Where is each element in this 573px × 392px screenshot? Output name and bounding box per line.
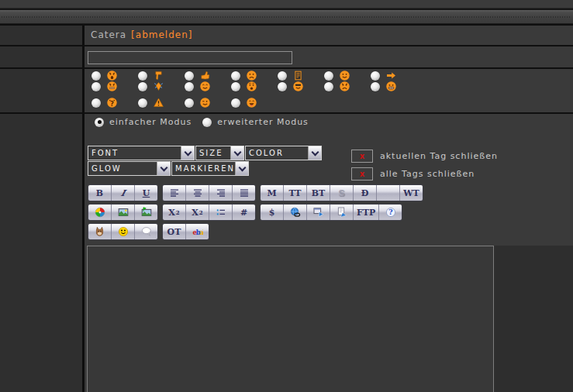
smiley-row (91, 70, 417, 81)
subscript-button[interactable]: X2 (163, 205, 186, 220)
svg-text:?: ? (388, 208, 392, 216)
close-current-tag-label: aktuellen Tag schließen (380, 151, 498, 161)
bbcode-toolbar: BIUMTTBTSÐWTX2X2#$FTP?OTebaY (88, 184, 423, 242)
smiley-cell (138, 70, 185, 81)
smiley-cell (231, 98, 278, 108)
color-select-value: COLOR (246, 146, 308, 160)
color-select[interactable]: COLOR (245, 146, 322, 160)
message-textarea[interactable] (87, 246, 494, 392)
smile-smiley-icon (340, 70, 350, 81)
bt-tag-button[interactable]: BT (307, 185, 330, 201)
smiley-picker-button[interactable] (112, 224, 135, 239)
smiley-radio-question[interactable] (91, 98, 101, 108)
close-all-tags-button[interactable]: x (351, 167, 373, 181)
smiley-radio-mad[interactable] (324, 82, 333, 91)
bar-gap (0, 24, 573, 26)
s-tag-button[interactable]: S (330, 185, 354, 201)
wink-smiley-icon (200, 98, 210, 108)
smiley-radio-arrow-right[interactable] (371, 71, 380, 81)
d-tag-button[interactable]: Ð (354, 185, 377, 201)
smiley-radio-wink[interactable] (185, 98, 194, 108)
flirt-smiley-icon (200, 81, 210, 91)
left-gutter-column (0, 26, 85, 392)
svg-text:ebaY: ebaY (192, 229, 203, 236)
wt-tag-button[interactable]: WT (400, 185, 423, 201)
smiley-radio-cool[interactable] (278, 82, 287, 91)
tt-tag-button[interactable]: TT (284, 185, 307, 201)
ebay-link-button[interactable]: ebaY (186, 224, 209, 239)
close-all-tags-label: alle Tags schließen (380, 169, 475, 179)
dropdown-arrow-icon[interactable] (308, 146, 321, 160)
section-header-bar (0, 10, 573, 24)
font-select[interactable]: FONT (88, 146, 195, 160)
smiley-radio-warning[interactable] (138, 98, 147, 108)
ftp-button[interactable]: FTP (354, 205, 379, 220)
speech-bubble-button[interactable] (135, 224, 157, 239)
ot-tag-button[interactable]: OT (163, 224, 186, 239)
list-button[interactable] (209, 205, 233, 220)
smiley-cell (185, 70, 231, 81)
image-add-button[interactable] (135, 205, 157, 220)
smiley-radio-flirt[interactable] (185, 82, 194, 91)
dropdown-arrow-icon[interactable] (235, 162, 248, 175)
dropdown-arrow-icon[interactable] (230, 146, 243, 160)
subject-input[interactable] (88, 51, 292, 64)
smiley-row (91, 81, 417, 91)
cool-smiley-icon (293, 81, 303, 91)
smiley-radio-spin-top[interactable] (138, 82, 147, 91)
highlight-select-value: MARKIEREN (172, 162, 235, 175)
toolbar-group: MTTBTSÐWT (260, 184, 423, 201)
font-select-value: FONT (88, 146, 181, 160)
glow-select[interactable]: GLOW (88, 161, 171, 176)
superscript-button[interactable]: X2 (186, 205, 209, 220)
web-link-button[interactable] (284, 205, 307, 220)
smiley-cell: ? (91, 98, 138, 108)
italic-button[interactable]: I (112, 185, 135, 201)
smiley-radio-grr[interactable] (91, 82, 101, 91)
smiley-radio-thumbs-up[interactable] (185, 71, 194, 81)
image-transfer-button[interactable] (307, 205, 330, 220)
smiley-radio-note[interactable] (278, 71, 287, 81)
align-justify-button[interactable] (233, 185, 255, 201)
toolbar-row: OTebaY (88, 223, 423, 240)
size-select[interactable]: SIZE (195, 146, 244, 160)
mad-smiley-icon (340, 81, 350, 91)
row-separator (0, 67, 573, 69)
help-button[interactable]: ? (379, 205, 402, 220)
simple-mode-radio[interactable] (95, 118, 104, 127)
smiley-cell (278, 81, 324, 91)
glow-select-value: GLOW (88, 162, 157, 175)
underline-button[interactable]: U (135, 185, 157, 201)
edonkey-link-button[interactable] (88, 224, 112, 239)
m-tag-button[interactable]: M (261, 185, 284, 201)
hand-down-smiley-icon (154, 70, 164, 81)
dropdown-arrow-icon[interactable] (157, 162, 170, 175)
page-link-button[interactable] (330, 205, 354, 220)
advanced-mode-radio[interactable] (202, 118, 212, 127)
align-left-button[interactable] (163, 185, 186, 201)
smiley-cell (185, 98, 231, 108)
dollar-button[interactable]: $ (261, 205, 284, 220)
close-current-tag-button[interactable]: x (351, 150, 373, 163)
align-right-button[interactable] (209, 185, 233, 201)
size-select-value: SIZE (196, 146, 230, 160)
smiley-cell (138, 81, 185, 91)
highlight-select[interactable]: MARKIEREN (171, 161, 249, 176)
smiley-radio-scream[interactable] (91, 71, 101, 81)
logout-link[interactable]: [abmelden] (131, 29, 192, 40)
hash-button[interactable]: # (233, 205, 255, 220)
image-button[interactable] (112, 205, 135, 220)
smiley-radio-frown[interactable] (231, 71, 240, 81)
smiley-radio-shocked[interactable] (231, 82, 240, 91)
svg-text:?: ? (110, 100, 114, 108)
smiley-radio-smile[interactable] (324, 71, 333, 81)
smiley-radio-laugh[interactable] (231, 98, 240, 108)
color-wheel-button[interactable] (88, 205, 112, 220)
dropdown-arrow-icon[interactable] (181, 146, 194, 160)
smiley-radio-grin[interactable] (371, 82, 380, 91)
spacer-button[interactable] (377, 185, 400, 201)
smiley-radio-hand-down[interactable] (138, 71, 147, 81)
smiley-cell (91, 70, 138, 81)
align-center-button[interactable] (186, 185, 209, 201)
bold-button[interactable]: B (88, 185, 112, 201)
